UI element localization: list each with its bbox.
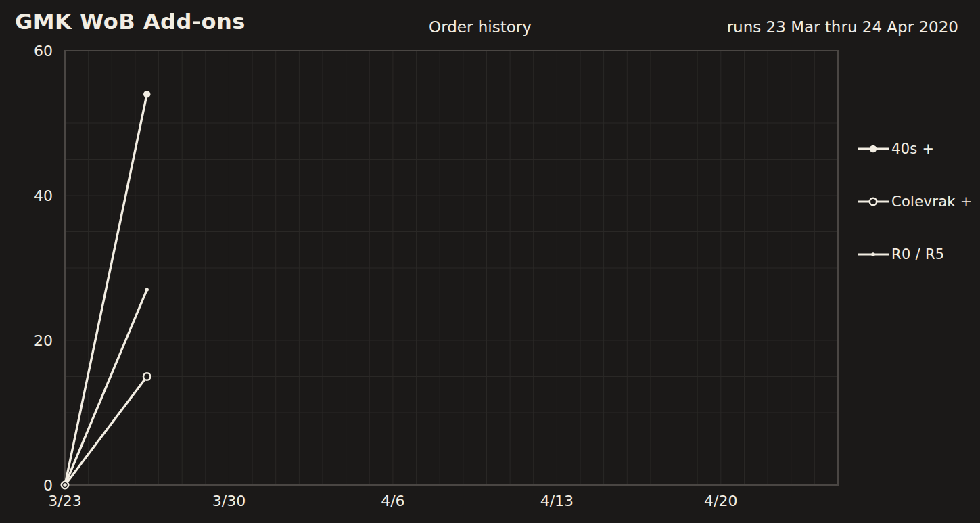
chart-canvas: 3/233/304/64/134/200204060 GMK WoB Add-o… (0, 0, 980, 523)
chart-range-note: runs 23 Mar thru 24 Apr 2020 (727, 18, 958, 36)
x-tick-label: 4/13 (540, 493, 574, 509)
y-tick-label: 20 (34, 332, 53, 349)
legend-item-r0-r5: R0 / R5 (856, 245, 973, 264)
legend: 40s +Colevrak +R0 / R5 (856, 139, 973, 298)
legend-item-colevrak: Colevrak + (856, 192, 973, 211)
y-tick-label: 40 (34, 187, 53, 204)
dot-legend-icon (856, 248, 890, 260)
open-circle-marker (870, 198, 877, 205)
gridlines (65, 51, 838, 485)
legend-label: Colevrak + (891, 194, 973, 210)
filled-circle-marker (143, 91, 150, 97)
x-tick-label: 4/6 (381, 493, 404, 509)
dot-marker (63, 483, 66, 486)
dot-marker (145, 288, 149, 291)
chart-title: GMK WoB Add-ons (15, 9, 246, 35)
y-tick-label: 0 (43, 477, 53, 494)
legend-item-40s: 40s + (856, 139, 973, 158)
filled-circle-marker (870, 145, 877, 152)
y-tick-label: 60 (34, 43, 53, 60)
legend-label: 40s + (891, 141, 934, 157)
x-tick-label: 3/23 (48, 493, 81, 509)
plot-area: 3/233/304/64/134/200204060 (0, 0, 980, 523)
chart-subtitle: Order history (429, 18, 532, 36)
open-circle-marker (143, 373, 150, 380)
filled-circle-legend-icon (856, 143, 890, 155)
dot-marker (871, 252, 874, 256)
open-circle-legend-icon (856, 196, 890, 208)
axis-tick-labels: 3/233/304/64/134/200204060 (34, 43, 738, 509)
x-tick-label: 3/30 (212, 493, 246, 509)
x-tick-label: 4/20 (704, 493, 737, 509)
legend-label: R0 / R5 (891, 246, 944, 263)
series-line-r0-r5 (65, 290, 147, 485)
series-line-40s (65, 94, 147, 485)
